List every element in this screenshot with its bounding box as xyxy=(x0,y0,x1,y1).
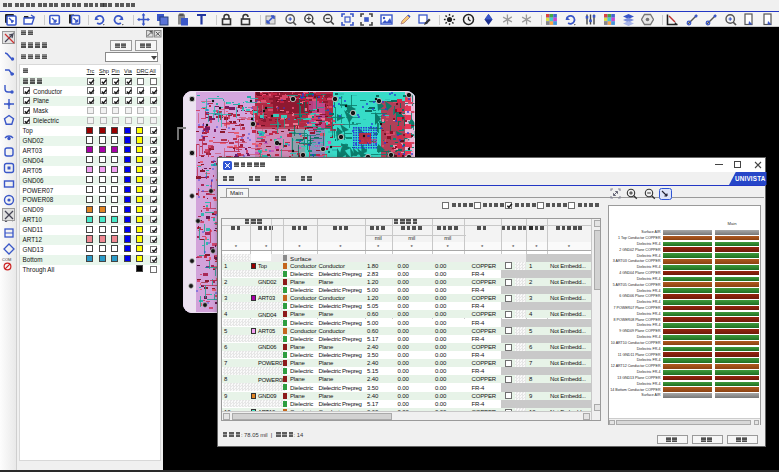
svg-text:0_VDD: 0_VDD xyxy=(361,138,378,144)
svg-text:TOTA: TOTA xyxy=(311,144,323,149)
